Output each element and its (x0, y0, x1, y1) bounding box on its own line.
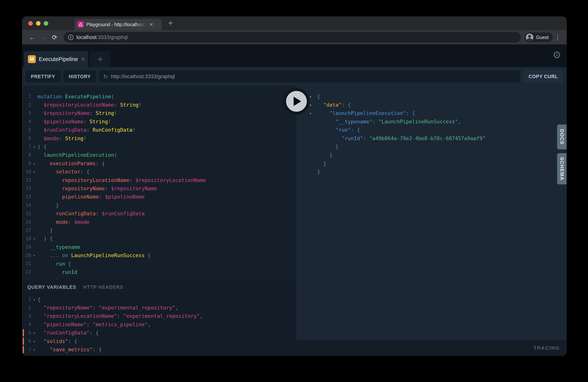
close-window-button[interactable] (28, 21, 33, 26)
fold-arrow-icon[interactable]: ▾ (31, 330, 38, 335)
code-line[interactable]: "runId": "a49b864a-79e2-4be8-b78c-687457… (310, 134, 567, 142)
fold-arrow-icon[interactable]: ▾ (31, 236, 38, 241)
fold-arrow-icon[interactable]: ▾ (31, 169, 38, 174)
settings-gear-icon[interactable]: ⚙ (552, 50, 561, 60)
reload-endpoint-icon[interactable]: ↺ (103, 73, 108, 80)
tab-query-variables[interactable]: QUERY VARIABLES (27, 284, 76, 290)
back-icon[interactable]: ← (26, 34, 38, 41)
fold-arrow-icon[interactable]: ▾ (310, 94, 317, 99)
maximize-window-button[interactable] (44, 21, 48, 26)
lint-error-marker (23, 338, 24, 345)
code-line[interactable]: 6▾ "solids": { (22, 337, 296, 345)
code-line[interactable]: 7▾) { (22, 142, 296, 151)
code-line[interactable]: 2 $repositoryLocationName: String! (22, 101, 296, 109)
code-line[interactable]: } (310, 151, 567, 159)
variables-editor[interactable]: 1▾{2 "repositoryName": "experimental_rep… (22, 295, 296, 354)
code-line[interactable]: 4 "pipelineName": "metrics_pipeline", (22, 320, 296, 328)
code-line[interactable]: 23 } (22, 276, 296, 279)
fold-gutter (31, 138, 38, 139)
code-text: $repositoryLocationName: String! (38, 102, 142, 108)
code-line[interactable]: 20▾ ... on LaunchPipelineRunSuccess { (22, 251, 296, 259)
fold-gutter (31, 316, 38, 317)
session-close-icon[interactable]: ✕ (81, 56, 85, 62)
line-number: 15 (22, 211, 31, 216)
tab-close-icon[interactable]: ✕ (149, 22, 153, 27)
code-text: } (317, 144, 339, 149)
code-line[interactable]: 22 runId (22, 268, 296, 276)
session-tab-executepipeline[interactable]: M ExecutePipeline ✕ (24, 51, 88, 67)
fold-arrow-icon[interactable]: ▾ (310, 102, 317, 107)
code-text: pipelineName: $pipelineName (38, 194, 145, 200)
code-line[interactable]: 1mutation ExecutePipeline( (22, 92, 296, 101)
code-line[interactable]: 1▾{ (22, 295, 296, 303)
code-line[interactable]: 17 } (22, 226, 296, 234)
code-text: } (317, 169, 320, 175)
code-line[interactable]: 5▾ "runConfigData": { (22, 329, 296, 337)
query-editor[interactable]: 1mutation ExecutePipeline(2 $repositoryL… (22, 86, 296, 279)
code-line[interactable]: 8 launchPipelineExecution( (22, 151, 296, 159)
fold-arrow-icon[interactable]: ▾ (31, 144, 38, 149)
code-line[interactable]: 13 pipelineName: $pipelineName (22, 193, 296, 201)
fold-arrow-icon[interactable]: ▾ (310, 110, 317, 116)
profile-button[interactable]: Guest (524, 32, 553, 42)
schema-side-tab[interactable]: SCHEMA (557, 153, 567, 184)
code-line[interactable]: 3 "repositoryLocationName": "experimenta… (22, 312, 296, 320)
execute-play-button[interactable] (283, 88, 310, 114)
code-line[interactable]: "run": { (310, 126, 567, 134)
fold-gutter (310, 146, 317, 147)
browser-tab[interactable]: Playground - http://localhost:3 ✕ (74, 19, 162, 30)
code-line[interactable]: 15 runConfigData: $runConfigData (22, 209, 296, 217)
code-line[interactable]: ▾{ (310, 92, 567, 101)
reload-icon[interactable]: ⟳ (49, 34, 60, 41)
code-line[interactable]: ▾ "data": { (310, 101, 567, 109)
site-info-icon[interactable]: i (68, 35, 73, 40)
fold-arrow-icon[interactable]: ▾ (31, 253, 38, 258)
code-line[interactable]: 5 $runConfigData: RunConfigData! (22, 126, 296, 134)
browser-window: Playground - http://localhost:3 ✕ + ← → … (22, 17, 567, 356)
code-line[interactable]: } (310, 142, 567, 151)
history-button[interactable]: HISTORY (63, 70, 96, 83)
copy-curl-button[interactable]: COPY CURL (523, 70, 563, 83)
fold-arrow-icon[interactable]: ▾ (31, 339, 38, 344)
browser-toolbar: ← → ⟳ i localhost:3333/graphql Guest ⋮ (22, 30, 567, 44)
code-line[interactable]: ▾ "launchPipelineExecution": { (310, 109, 567, 117)
code-line[interactable]: 21 run { (22, 259, 296, 268)
prettify-button[interactable]: PRETTIFY (26, 70, 61, 83)
new-tab-button[interactable]: + (168, 19, 173, 27)
code-line[interactable]: } (310, 168, 567, 176)
fold-gutter (310, 171, 317, 172)
code-line[interactable]: "__typename": "LaunchPipelineRunSuccess"… (310, 117, 567, 126)
code-line[interactable]: 12 repositoryName: $repositoryName (22, 184, 296, 192)
code-line[interactable]: 3 $repositoryName: String! (22, 109, 296, 117)
variables-pane: QUERY VARIABLES HTTP HEADERS 1▾{2 "repos… (22, 279, 296, 356)
tracing-label[interactable]: TRACING (534, 345, 560, 351)
fold-arrow-icon[interactable]: ▾ (31, 297, 38, 302)
code-line[interactable]: 2 "repositoryName": "experimental_reposi… (22, 303, 296, 312)
minimize-window-button[interactable] (36, 21, 41, 26)
code-line[interactable]: } (310, 159, 567, 168)
fold-arrow-icon[interactable]: ▾ (31, 347, 38, 352)
code-line[interactable]: 7▾ "save_metrics": { (22, 345, 296, 354)
line-number: 14 (22, 203, 31, 208)
fold-arrow-icon[interactable]: ▾ (31, 161, 38, 166)
code-line[interactable]: 10▾ selector: { (22, 168, 296, 176)
forward-icon[interactable]: → (38, 34, 49, 41)
code-line[interactable]: 9▾ executionParams: { (22, 159, 296, 168)
endpoint-input[interactable]: ↺ http://localhost:3333/graphql (99, 70, 520, 83)
code-line[interactable]: 11 repositoryLocationName: $repositoryLo… (22, 176, 296, 184)
code-line[interactable]: 4 $pipelineName: String! (22, 117, 296, 126)
code-line[interactable]: 18▾ ) { (22, 234, 296, 243)
tab-http-headers[interactable]: HTTP HEADERS (84, 284, 123, 290)
new-session-button[interactable]: + (90, 51, 111, 67)
line-number: 23 (22, 278, 31, 279)
playground-main: 1mutation ExecutePipeline(2 $repositoryL… (22, 86, 567, 356)
browser-menu-icon[interactable]: ⋮ (553, 34, 562, 41)
code-line[interactable]: 14 } (22, 201, 296, 209)
address-bar[interactable]: i localhost:3333/graphql (64, 32, 521, 42)
docs-side-tab[interactable]: DOCS (557, 125, 567, 149)
response-viewer[interactable]: ▾{▾ "data": {▾ "launchPipelineExecution"… (296, 86, 567, 340)
code-line[interactable]: 19 __typename (22, 243, 296, 251)
code-line[interactable]: 6 $mode: String! (22, 134, 296, 142)
line-number: 18 (22, 236, 31, 241)
code-line[interactable]: 16 mode: $mode (22, 218, 296, 226)
